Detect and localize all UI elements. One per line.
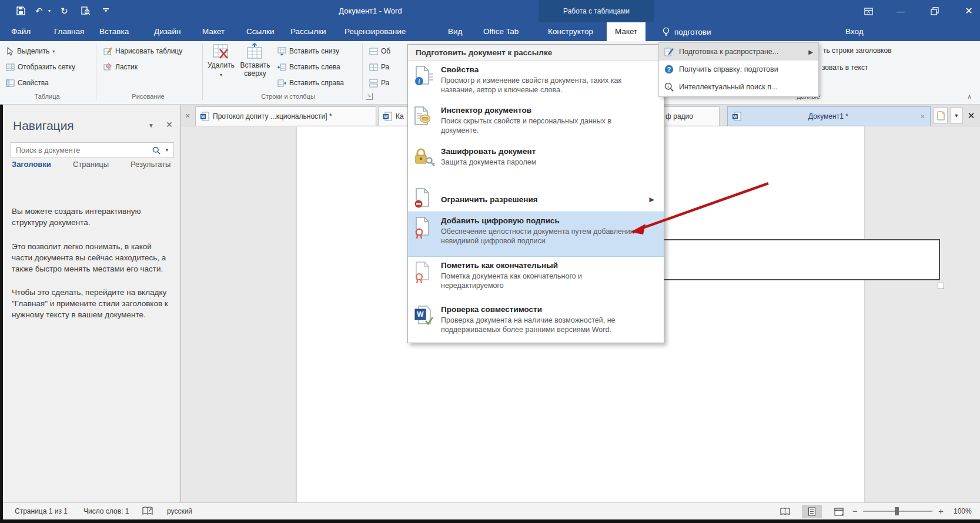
tab-list-dropdown-icon[interactable]: ▼ (950, 108, 963, 124)
nav-pane-options-icon[interactable]: ▼ (148, 122, 154, 129)
menu-item-desc: Обеспечение целостности документа путем … (441, 227, 635, 246)
menu-item-inspect-document[interactable]: Инспектор документов Поиск скрытых свойс… (408, 102, 664, 143)
tab-layout[interactable]: Макет (200, 22, 227, 41)
group-separator (362, 43, 363, 100)
dialog-launcher-icon[interactable]: ↘ (366, 93, 373, 100)
menu-item-properties[interactable]: i Свойства Просмотр и изменение свойств … (408, 61, 664, 102)
tellme-box[interactable]: подготови (662, 22, 711, 41)
table-resize-handle[interactable] (938, 283, 944, 289)
tab-insert[interactable]: Вставка (97, 22, 131, 41)
minimize-button[interactable]: — (891, 0, 911, 22)
mark-final-icon (414, 261, 441, 297)
menu-item-compatibility-check[interactable]: W Проверка совместимости Проверка докуме… (408, 301, 664, 343)
insert-above-button[interactable]: Вставить сверху (239, 43, 272, 78)
doc-tab-1[interactable]: W Протокол допиту ...кциональности] * (195, 106, 376, 126)
zoom-out-button[interactable]: − (852, 503, 858, 519)
close-tab-icon[interactable]: ✕ (920, 113, 925, 120)
convert-to-text-label-fragment[interactable]: зовать в текст (822, 63, 868, 72)
tab-view[interactable]: Вид (446, 22, 464, 41)
nav-tab-pages[interactable]: Страницы (73, 160, 109, 169)
window-bottom-edge (0, 519, 980, 523)
close-button[interactable]: ✕ (959, 0, 979, 22)
zoom-in-button[interactable]: + (938, 503, 944, 519)
tab-references[interactable]: Ссылки (244, 22, 277, 41)
undo-caret-icon[interactable]: ▾ (48, 0, 51, 22)
doc-tab-3-partial[interactable]: ф радио (661, 106, 720, 126)
tabbar-close-left-icon[interactable]: ✕ (182, 108, 193, 124)
zoom-level[interactable]: 100% (954, 503, 972, 519)
table-properties-button[interactable]: Свойства (6, 76, 49, 90)
nav-tab-results[interactable]: Результаты (131, 160, 170, 169)
insert-below-button[interactable]: Вставить снизу (277, 44, 339, 58)
window-title: Документ1 - Word (282, 0, 459, 22)
insert-right-button[interactable]: Вставить справа (277, 76, 344, 90)
prepare-menu-header: Подготовить документ к рассылке (408, 45, 664, 61)
view-gridlines-button[interactable]: Отобразить сетку (6, 60, 75, 74)
tellme-query[interactable]: подготови (674, 28, 711, 36)
tab-mailings[interactable]: Рассылки (288, 22, 329, 41)
undo-icon[interactable]: ↶ (35, 0, 43, 22)
menu-item-title: Свойства (441, 65, 635, 74)
split-cells-button-partial[interactable]: Ра (369, 60, 389, 74)
delete-table-button[interactable]: Удалить ▾ (205, 43, 238, 79)
document-search-box[interactable]: ▼ (11, 142, 174, 158)
draw-table-button[interactable]: Нарисовать таблицу (103, 44, 182, 58)
split-table-button-partial[interactable]: Ра (369, 76, 389, 90)
select-button[interactable]: Выделить▾ (6, 44, 55, 58)
tabbar-close-icon[interactable]: ✕ (965, 108, 977, 124)
menu-item-mark-as-final[interactable]: Пометить как окончательный Пометка докум… (408, 257, 664, 301)
tab-table-layout-active[interactable]: Макет (607, 22, 645, 41)
restore-button[interactable] (925, 0, 945, 24)
tab-design[interactable]: Дизайн (152, 22, 183, 41)
print-layout-button[interactable] (802, 505, 822, 518)
insert-above-icon (246, 43, 264, 59)
menu-item-restrict-permissions[interactable]: Ограничить разрешения ▶ (408, 187, 664, 212)
search-options-caret-icon[interactable]: ▼ (160, 147, 173, 153)
zoom-slider-thumb[interactable] (895, 507, 899, 515)
tab-file[interactable]: Файл (9, 22, 33, 41)
svg-text:W: W (384, 115, 388, 119)
save-icon[interactable] (16, 0, 25, 24)
prepare-distribute-icon (664, 47, 674, 56)
redo-icon[interactable]: ↻ (61, 0, 68, 22)
customize-qat-icon[interactable]: ▾ (103, 0, 109, 13)
repeat-header-rows-label-fragment[interactable]: ть строки заголовков (823, 46, 892, 55)
menu-item-add-digital-signature[interactable]: Добавить цифровую подпись Обеспечение це… (408, 212, 664, 257)
help-icon: ? (664, 65, 674, 74)
read-mode-button[interactable] (775, 505, 795, 518)
tab-table-design[interactable]: Конструктор (546, 22, 596, 41)
gridlines-icon (6, 63, 15, 72)
nav-pane-close-icon[interactable]: ✕ (166, 120, 173, 129)
doc-tab-active[interactable]: W Документ1 * ✕ (727, 106, 931, 126)
tellme-item-smart-lookup[interactable]: i Интеллектуальный поиск п... (659, 78, 818, 96)
tellme-item-prepare-distribution[interactable]: Подготовка к распростране... ▶ (659, 43, 818, 61)
ribbon-display-options-icon[interactable] (858, 0, 878, 24)
web-layout-button[interactable] (829, 505, 849, 518)
proofing-status-icon[interactable] (142, 507, 153, 518)
compatibility-check-icon: W (414, 305, 441, 339)
nav-tab-headings[interactable]: Заголовки (12, 160, 51, 169)
word-count[interactable]: Число слов: 1 (83, 503, 129, 519)
tab-review[interactable]: Рецензирование (342, 22, 408, 41)
ribbon-tab-row: Файл Главная Вставка Дизайн Макет Ссылки… (0, 22, 980, 41)
search-input[interactable] (11, 146, 152, 155)
page-indicator[interactable]: Страница 1 из 1 (15, 503, 68, 519)
nav-help-paragraph: Чтобы это сделать, перейдите на вкладку … (12, 287, 169, 320)
tellme-item-get-help[interactable]: ? Получить справку: подготови (659, 61, 818, 78)
insert-left-button[interactable]: Вставить слева (277, 60, 340, 74)
collapse-ribbon-icon[interactable]: ∧ (967, 93, 972, 100)
eraser-button[interactable]: Ластик (103, 60, 138, 74)
submenu-arrow-icon: ▶ (650, 196, 659, 203)
menu-item-encrypt-document[interactable]: Зашифровать документ Защита документа па… (408, 143, 664, 179)
merge-cells-button-partial[interactable]: Об (369, 44, 390, 58)
sign-in-link[interactable]: Вход (845, 22, 864, 41)
print-preview-icon[interactable] (81, 0, 90, 24)
tellme-results-menu: Подготовка к распростране... ▶ ? Получит… (658, 42, 819, 97)
doc-tab-label: Ка (396, 112, 404, 120)
new-document-button[interactable] (934, 108, 948, 124)
tab-office-tab[interactable]: Office Tab (481, 22, 521, 41)
delete-table-label: Удалить (205, 61, 238, 69)
tab-home[interactable]: Главная (52, 22, 86, 41)
svg-text:i: i (668, 84, 670, 89)
language-indicator[interactable]: русский (167, 503, 192, 519)
